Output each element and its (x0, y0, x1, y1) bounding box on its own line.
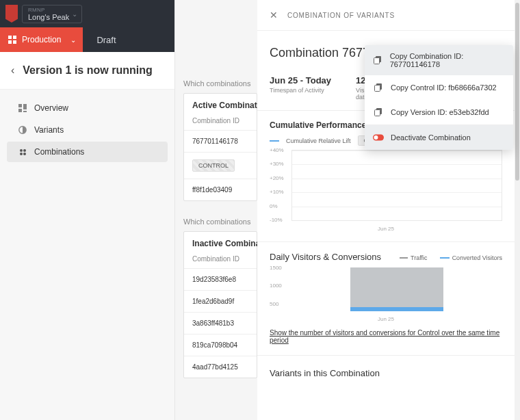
grid-icon (8, 36, 16, 44)
toggle-off-icon (373, 132, 384, 143)
y-tick: +30% (270, 161, 284, 167)
combination-list-panel: Which combinations Active Combinat Combi… (175, 0, 257, 420)
project-label: RMNP (28, 7, 69, 13)
card-subhead: Combination ID (184, 255, 257, 268)
production-label: Production (22, 35, 61, 44)
combination-row[interactable]: CONTROL (184, 152, 257, 179)
svg-point-11 (20, 153, 23, 155)
nav-overview[interactable]: Overview (7, 98, 168, 118)
legend-label: Traffic (411, 254, 428, 261)
chart-legend: Traffic Converted Visitors (400, 254, 502, 261)
y-tick: +40% (270, 147, 284, 153)
card-title: Inactive Combina (184, 232, 257, 255)
svg-rect-14 (374, 58, 380, 64)
menu-label: Copy Combination ID: 767701146178 (390, 52, 505, 68)
combination-row[interactable]: 819ca7098b04 (184, 334, 257, 356)
scrollbar[interactable] (515, 0, 520, 420)
version-title: Version 1 is now running (23, 64, 152, 77)
nav-variants[interactable]: Variants (7, 120, 168, 140)
y-tick: 1500 (270, 265, 282, 271)
menu-label: Copy Version ID: e53eb32fdd (391, 108, 489, 116)
combination-row[interactable]: ff8f1de03409 (184, 179, 257, 200)
app-root: RMNP Long's Peak ⌄ Production ⌄ Draft ‹ … (0, 0, 520, 420)
breadcrumb: COMBINATION OF VARIANTS (287, 12, 395, 19)
draft-tab[interactable]: Draft (83, 35, 116, 45)
variants-section-title: Variants in this Combination (257, 356, 515, 385)
y-tick: 500 (270, 300, 278, 306)
close-icon[interactable]: ✕ (270, 10, 278, 21)
svg-point-10 (23, 149, 26, 152)
variant-icon (18, 125, 27, 135)
svg-rect-18 (375, 110, 380, 116)
nav-label: Variants (34, 125, 64, 135)
legend-line-icon (440, 257, 450, 259)
nav-label: Overview (34, 103, 68, 113)
legend-label: Cumulative Relative Lift (286, 137, 351, 144)
svg-rect-1 (13, 36, 16, 39)
copy-icon (373, 55, 383, 66)
nav-label: Combinations (34, 147, 84, 157)
legend-line-icon (270, 140, 279, 142)
plot-area (291, 150, 502, 221)
stat-timespan: Jun 25 - Today Timespan of Activity (270, 75, 331, 101)
stat-label: Timespan of Activity (270, 87, 331, 94)
stat-value: Jun 25 - Today (270, 75, 331, 86)
list-heading: Which combinations (175, 79, 257, 93)
menu-copy-control-id[interactable]: Copy Control ID: fb68666a7302 (365, 75, 513, 100)
menu-copy-combination-id[interactable]: Copy Combination ID: 767701146178 (365, 45, 513, 75)
menu-label: Copy Control ID: fb68666a7302 (391, 83, 497, 92)
svg-rect-2 (8, 40, 12, 44)
y-tick: +20% (270, 174, 284, 181)
y-tick: +10% (270, 189, 284, 195)
nav-combinations[interactable]: Combinations (7, 142, 168, 162)
content-area: Which combinations Active Combinat Combi… (175, 0, 520, 420)
y-tick: 0% (270, 202, 278, 209)
dashboard-icon (18, 103, 27, 113)
chevron-down-icon: ⌄ (70, 36, 76, 44)
traffic-bar (350, 267, 443, 311)
daily-chart-section: Daily Visitors & Conversions Traffic Con… (257, 242, 515, 356)
chevron-down-icon: ⌄ (72, 10, 77, 18)
daily-chart: 1500 1000 500 Jun 25 (270, 267, 502, 322)
svg-rect-6 (18, 109, 22, 112)
copy-icon (373, 107, 384, 118)
menu-copy-version-id[interactable]: Copy Version ID: e53eb32fdd (365, 100, 513, 124)
compare-control-link[interactable]: Show the number of visitors and conversi… (270, 329, 502, 344)
combination-row[interactable]: 3a863ff481b3 (184, 312, 257, 334)
combination-row[interactable]: 767701146178 (184, 130, 257, 152)
context-menu: Copy Combination ID: 767701146178 Copy C… (365, 45, 513, 150)
project-name: Long's Peak (28, 13, 69, 21)
chart-title: Daily Visitors & Conversions (270, 252, 381, 262)
cumulative-chart: +40% +30% +20% +10% 0% -10% (270, 150, 502, 232)
version-banner: ‹ Version 1 is now running (0, 52, 174, 90)
combinations-icon (18, 147, 27, 157)
menu-label: Deactivate Combination (391, 133, 471, 142)
combination-row[interactable]: 19d23583f6e8 (184, 268, 257, 290)
production-button[interactable]: Production ⌄ (0, 27, 83, 52)
environment-row: Production ⌄ Draft (0, 27, 174, 52)
scrollbar-thumb[interactable] (515, 3, 519, 181)
copy-icon (373, 82, 384, 93)
svg-point-9 (20, 149, 23, 152)
converted-bar (350, 307, 443, 311)
legend-label: Converted Visitors (452, 254, 502, 261)
control-badge: CONTROL (192, 159, 235, 172)
svg-point-20 (374, 135, 378, 140)
combination-row[interactable]: 4aad77bd4125 (184, 356, 257, 378)
svg-point-12 (23, 153, 26, 155)
card-title: Active Combinat (184, 94, 257, 117)
list-heading: Which combinations (175, 218, 257, 231)
x-tick: Jun 25 (378, 226, 394, 232)
detail-panel: ✕ COMBINATION OF VARIANTS Combination 76… (257, 0, 520, 420)
legend-line-icon (400, 257, 408, 259)
inactive-combinations-card: Inactive Combina Combination ID 19d23583… (183, 231, 257, 378)
menu-deactivate-combination[interactable]: Deactivate Combination (365, 124, 513, 150)
back-icon[interactable]: ‹ (11, 64, 14, 77)
card-subhead: Combination ID (184, 117, 257, 130)
project-selector[interactable]: RMNP Long's Peak ⌄ (22, 5, 82, 23)
svg-rect-16 (375, 86, 380, 92)
combination-row[interactable]: 1fea2d6bad9f (184, 290, 257, 312)
sidebar: RMNP Long's Peak ⌄ Production ⌄ Draft ‹ … (0, 0, 175, 420)
y-tick: 1000 (270, 283, 282, 289)
svg-rect-4 (18, 104, 22, 107)
